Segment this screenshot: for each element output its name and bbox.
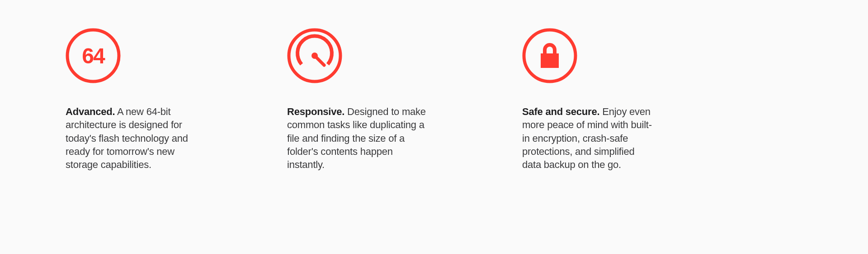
feature-responsive: Responsive. Designed to make common task… — [287, 28, 432, 171]
gauge-icon — [287, 28, 342, 83]
feature-text: Advanced. A new 64-bit architecture is d… — [66, 105, 197, 171]
feature-title: Safe and secure. — [522, 106, 599, 117]
feature-text: Safe and secure. Enjoy even more peace o… — [522, 105, 653, 171]
lock-icon — [522, 28, 577, 83]
feature-title: Advanced. — [66, 106, 115, 117]
svg-text:64: 64 — [82, 44, 105, 68]
svg-line-4 — [315, 56, 324, 65]
feature-title: Responsive. — [287, 106, 344, 117]
feature-safe-secure: Safe and secure. Enjoy even more peace o… — [522, 28, 653, 171]
sixtyfour-icon: 64 — [66, 28, 121, 83]
svg-rect-6 — [541, 53, 559, 68]
features-grid: 64 Advanced. A new 64-bit architecture i… — [0, 0, 868, 171]
feature-text: Responsive. Designed to make common task… — [287, 105, 432, 171]
feature-advanced: 64 Advanced. A new 64-bit architecture i… — [66, 28, 197, 171]
